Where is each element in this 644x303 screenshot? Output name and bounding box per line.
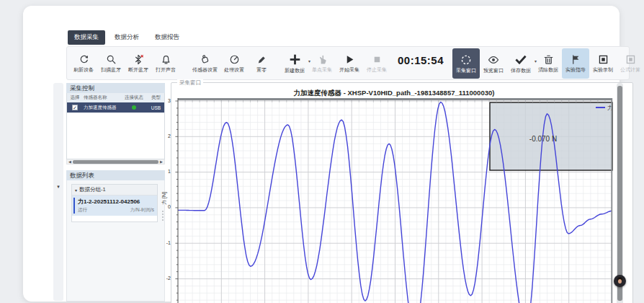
waveform-plot[interactable]: -0.070 N力 bbox=[175, 98, 615, 303]
y-tick--1: -1 bbox=[159, 240, 171, 245]
y-axis-label: 力 [N] bbox=[161, 192, 168, 205]
new-data-button[interactable]: ▾新建数据 bbox=[281, 48, 308, 79]
scan-bluetooth-button[interactable]: 扫描蓝牙 bbox=[97, 48, 125, 79]
start-capture-button[interactable]: 开始采集 bbox=[336, 48, 363, 79]
toolbar-right-group: 采集窗口预览窗口▾保存数据清除数据实验指导实验录制公式计算 bbox=[452, 47, 644, 79]
sidebar-collapse-strip: ▾ bbox=[53, 83, 63, 301]
eye-icon bbox=[488, 54, 499, 66]
sensor-settings-button[interactable]: 传感器设置 bbox=[189, 48, 220, 79]
formula-calc-button[interactable]: 公式计算 bbox=[617, 48, 644, 79]
vscroll-thumb[interactable] bbox=[617, 86, 622, 301]
data-list-title: 数据列表 bbox=[66, 170, 165, 180]
formula-icon bbox=[625, 54, 636, 65]
y-tick-2: 2 bbox=[159, 133, 171, 139]
hscroll-thumb[interactable] bbox=[73, 160, 158, 164]
col-connection-status: 连接状态 bbox=[120, 95, 148, 101]
assistant-avatar-button[interactable] bbox=[614, 275, 626, 287]
sensor-name: 力加速度传感器 bbox=[83, 105, 120, 111]
toolbar-left-group: 刷新设备扫描蓝牙断开蓝牙打开声音传感器设置处理设置置零▾新建数据单点采集开始采集… bbox=[70, 47, 390, 79]
chart-title: 力加速度传感器 - XHSP-V10HID_path_-1981348857_1… bbox=[178, 89, 610, 98]
capture-window-button[interactable]: 采集窗口 bbox=[452, 48, 480, 79]
refresh-device-button[interactable]: 刷新设备 bbox=[70, 48, 97, 79]
capture-window-groupbox-label: 采集窗口 bbox=[177, 79, 203, 87]
experiment-guide-button[interactable]: 实验指导 bbox=[562, 48, 589, 79]
sensor-icon bbox=[200, 54, 210, 65]
data-list-drag-dots[interactable] bbox=[162, 211, 164, 221]
process-settings-button[interactable]: 处理设置 bbox=[220, 48, 248, 79]
process-settings-label: 处理设置 bbox=[224, 67, 244, 72]
card-padding bbox=[72, 216, 157, 221]
toolbar: 刷新设备扫描蓝牙断开蓝牙打开声音传感器设置处理设置置零▾新建数据单点采集开始采集… bbox=[66, 46, 630, 80]
experiment-record-button[interactable]: 实验录制 bbox=[589, 48, 617, 79]
gauge-icon bbox=[229, 54, 240, 65]
start-capture-label: 开始采集 bbox=[339, 67, 359, 72]
collection-control-title: 采集控制 bbox=[66, 83, 165, 93]
sensor-type: USB bbox=[148, 105, 164, 110]
sound-on-label: 打开声音 bbox=[156, 67, 176, 72]
sensor-table-empty-area bbox=[67, 113, 164, 159]
col-sensor-name: 传感器名称 bbox=[83, 95, 120, 101]
data-list-item[interactable]: 力1-2-20251112-042506 运行 力/N-时间/s bbox=[72, 196, 157, 216]
item-accent-bar bbox=[73, 198, 75, 214]
annotation-value: -0.070 N bbox=[529, 135, 557, 143]
save-data-button[interactable]: ▾保存数据 bbox=[507, 48, 535, 79]
y-tick-1: 1 bbox=[159, 169, 171, 174]
main-tab-bar: 数据采集 数据分析 数据报告 bbox=[68, 30, 186, 45]
capture-window-label: 采集窗口 bbox=[456, 68, 476, 73]
tab-data-capture[interactable]: 数据采集 bbox=[68, 30, 105, 45]
sensor-checkbox[interactable]: ✓ bbox=[72, 105, 78, 110]
data-group-header[interactable]: ▾ 数据分组-1 bbox=[72, 185, 157, 196]
hand-icon bbox=[317, 54, 328, 65]
tab-data-report[interactable]: 数据报告 bbox=[148, 30, 186, 45]
formula-calc-label: 公式计算 bbox=[620, 67, 640, 72]
item-status: 运行 bbox=[78, 207, 87, 214]
data-list-panel: 数据列表 ▾ 数据分组-1 力1-2-20251112-042506 运行 力/… bbox=[66, 170, 165, 302]
hscroll-left-icon[interactable]: ◀ bbox=[67, 160, 73, 164]
record-icon bbox=[598, 54, 609, 65]
sensor-table-hscrollbar[interactable]: ◀ ▶ bbox=[66, 159, 165, 164]
refresh-device-label: 刷新设备 bbox=[73, 67, 94, 72]
stop-capture-label: 停止采集 bbox=[367, 67, 387, 72]
set-zero-label: 置零 bbox=[256, 67, 267, 72]
tab-data-analysis[interactable]: 数据分析 bbox=[108, 30, 146, 45]
plus-icon bbox=[289, 53, 301, 66]
new-data-label: 新建数据 bbox=[285, 68, 305, 73]
hscroll-right-icon[interactable]: ▶ bbox=[158, 160, 164, 164]
data-group-label: 数据分组-1 bbox=[79, 186, 106, 193]
refresh-icon bbox=[79, 54, 89, 65]
set-zero-button[interactable]: 置零 bbox=[248, 48, 275, 79]
group-collapse-icon[interactable]: ▾ bbox=[75, 188, 77, 193]
dashed-circle-icon bbox=[460, 54, 472, 66]
clear-data-button[interactable]: 清除数据 bbox=[535, 48, 562, 79]
y-tick--2: -2 bbox=[159, 276, 171, 281]
sensor-table: 选择 传感器名称 连接状态 类型 ✓ 力加速度传感器 USB bbox=[66, 93, 165, 159]
table-row-sensor[interactable]: ✓ 力加速度传感器 USB bbox=[67, 102, 164, 113]
sidebar-collapse-icon[interactable]: ▾ bbox=[53, 184, 63, 190]
bluetooth-off-icon bbox=[133, 54, 144, 65]
preview-window-button[interactable]: 预览窗口 bbox=[480, 48, 507, 79]
flag-icon bbox=[571, 54, 581, 65]
sound-on-button[interactable]: 打开声音 bbox=[152, 48, 179, 79]
item-title: 力1-2-20251112-042506 bbox=[78, 198, 154, 206]
experiment-record-label: 实验录制 bbox=[593, 67, 613, 72]
sensor-table-header: 选择 传感器名称 连接状态 类型 bbox=[67, 93, 164, 102]
single-point-capture-button[interactable]: 单点采集 bbox=[308, 48, 336, 79]
capture-timer: 00:15:54 bbox=[398, 54, 444, 66]
disconnect-bluetooth-button[interactable]: 断开蓝牙 bbox=[125, 48, 152, 79]
search-icon bbox=[106, 54, 117, 65]
scan-bluetooth-label: 扫描蓝牙 bbox=[101, 67, 121, 72]
y-tick-0: 0 bbox=[159, 204, 171, 209]
preview-window-label: 预览窗口 bbox=[483, 68, 504, 73]
collection-control-panel: 采集控制 选择 传感器名称 连接状态 类型 ✓ 力加速度传感器 USB ◀ bbox=[66, 83, 165, 164]
app-window: 数据采集 数据分析 数据报告 刷新设备扫描蓝牙断开蓝牙打开声音传感器设置处理设置… bbox=[23, 6, 620, 302]
disconnect-bluetooth-label: 断开蓝牙 bbox=[128, 67, 148, 72]
stop-capture-button[interactable]: 停止采集 bbox=[363, 48, 390, 79]
check-icon bbox=[515, 54, 527, 66]
stop-icon bbox=[372, 54, 383, 65]
trash-icon bbox=[543, 54, 554, 65]
experiment-guide-label: 实验指导 bbox=[565, 67, 586, 72]
item-axes: 力/N-时间/s bbox=[130, 207, 154, 214]
pen-icon bbox=[256, 54, 267, 65]
bell-icon bbox=[161, 54, 171, 65]
chart-vscrollbar[interactable] bbox=[617, 83, 623, 303]
